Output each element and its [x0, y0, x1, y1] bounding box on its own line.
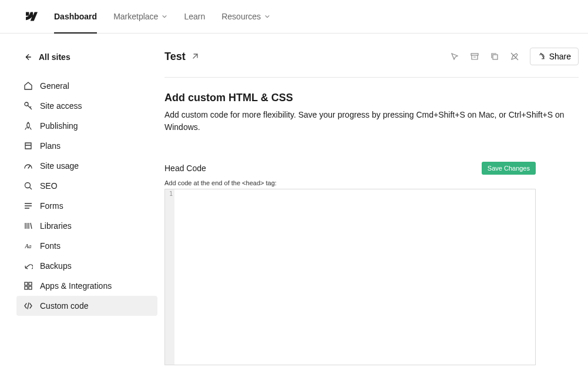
chevron-down-icon — [162, 14, 167, 19]
library-icon — [23, 221, 33, 231]
undo-icon — [23, 261, 33, 271]
sidebar-item-seo[interactable]: SEO — [16, 176, 157, 196]
sidebar-item-label: Apps & Integrations — [40, 281, 112, 291]
grid-icon — [23, 281, 33, 291]
sidebar-item-label: Backups — [40, 261, 72, 271]
sidebar-item-apps[interactable]: Apps & Integrations — [16, 276, 157, 296]
svg-rect-3 — [29, 282, 32, 285]
plans-icon — [23, 141, 33, 151]
site-name: Test — [164, 51, 186, 63]
code-editor-container: 1 — [164, 189, 536, 365]
copy-icon[interactable] — [490, 52, 499, 61]
sidebar-item-forms[interactable]: Forms — [16, 196, 157, 216]
sidebar-item-plans[interactable]: Plans — [16, 136, 157, 156]
sidebar-item-label: Libraries — [40, 221, 72, 231]
sidebar-item-label: Publishing — [40, 121, 78, 131]
nav-marketplace[interactable]: Marketplace — [113, 0, 167, 34]
site-header: Test Share — [164, 48, 579, 78]
editor-gutter: 1 — [165, 189, 174, 365]
nav-label: Resources — [221, 12, 261, 21]
svg-point-1 — [25, 183, 31, 188]
top-nav: Dashboard Marketplace Learn Resources — [0, 0, 588, 34]
svg-rect-5 — [29, 286, 32, 289]
sidebar-item-label: Plans — [40, 141, 61, 151]
svg-rect-2 — [25, 282, 28, 285]
head-code-title: Head Code — [164, 164, 206, 173]
save-changes-button[interactable]: Save Changes — [482, 162, 536, 175]
home-icon — [23, 81, 33, 91]
sidebar-item-label: General — [40, 81, 69, 91]
head-code-editor[interactable] — [174, 189, 535, 365]
external-link-icon[interactable] — [191, 53, 199, 60]
back-label: All sites — [39, 52, 70, 62]
key-icon — [23, 101, 33, 111]
svg-rect-4 — [25, 286, 28, 289]
chevron-down-icon — [264, 14, 270, 19]
main-content: Test Share Add custom HTML & CSS Add cus… — [164, 34, 588, 367]
sidebar-item-fonts[interactable]: Aa Fonts — [16, 236, 157, 256]
svg-rect-6 — [471, 54, 478, 55]
share-icon — [537, 52, 546, 61]
arrow-left-icon — [23, 53, 32, 61]
share-label: Share — [549, 52, 571, 61]
fonts-icon: Aa — [23, 241, 33, 251]
sidebar-item-label: Site access — [40, 101, 82, 111]
sidebar-item-custom-code[interactable]: Custom code — [16, 296, 157, 316]
sidebar-item-label: Site usage — [40, 161, 79, 171]
nav-label: Dashboard — [54, 12, 97, 21]
sidebar-item-label: Custom code — [40, 301, 88, 311]
search-icon — [23, 181, 33, 191]
archive-icon[interactable] — [470, 52, 479, 61]
section-title: Add custom HTML & CSS — [164, 92, 579, 104]
nav-learn[interactable]: Learn — [184, 0, 205, 34]
sidebar-item-label: SEO — [40, 181, 58, 191]
nav-dashboard[interactable]: Dashboard — [54, 0, 97, 34]
share-button[interactable]: Share — [530, 48, 579, 65]
pen-off-icon[interactable] — [510, 52, 519, 61]
webflow-logo[interactable] — [23, 12, 38, 21]
sidebar-item-site-usage[interactable]: Site usage — [16, 156, 157, 176]
head-code-label: Add code at the end of the <head> tag: — [164, 179, 579, 186]
gauge-icon — [23, 161, 33, 171]
nav-resources[interactable]: Resources — [221, 0, 270, 34]
nav-label: Marketplace — [113, 12, 158, 21]
svg-point-0 — [25, 102, 28, 106]
svg-rect-7 — [493, 55, 498, 59]
sidebar-item-label: Forms — [40, 201, 63, 211]
rocket-icon — [23, 121, 33, 131]
sidebar-item-libraries[interactable]: Libraries — [16, 216, 157, 236]
lines-icon — [23, 201, 33, 211]
code-icon — [23, 301, 33, 311]
sidebar-item-publishing[interactable]: Publishing — [16, 116, 157, 136]
sidebar: All sites General Site access Publishing… — [0, 34, 164, 367]
sidebar-item-label: Fonts — [40, 241, 61, 251]
sidebar-item-backups[interactable]: Backups — [16, 256, 157, 276]
back-all-sites[interactable]: All sites — [16, 48, 157, 66]
sidebar-item-site-access[interactable]: Site access — [16, 96, 157, 116]
nav-label: Learn — [184, 12, 205, 21]
cursor-icon[interactable] — [450, 52, 459, 61]
line-number: 1 — [169, 191, 173, 197]
sidebar-item-general[interactable]: General — [16, 76, 157, 96]
section-description: Add custom code for more flexibility. Sa… — [164, 109, 576, 134]
